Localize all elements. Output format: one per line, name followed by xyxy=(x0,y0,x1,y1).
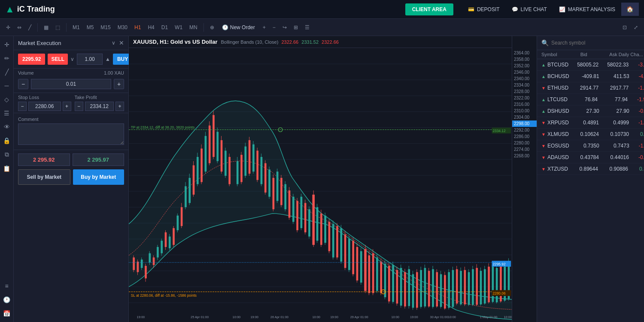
shapes-icon[interactable]: ◇ xyxy=(3,94,11,105)
down-arrow-icon: ▼ xyxy=(541,132,546,137)
svg-rect-85 xyxy=(273,178,275,209)
tp-minus-btn[interactable]: − xyxy=(75,102,83,111)
panel-chevron-icon[interactable]: ∨ xyxy=(112,40,115,46)
hline-icon[interactable]: ─ xyxy=(3,81,11,91)
timeframe-d1[interactable]: D1 xyxy=(159,23,170,32)
zoom-in-btn[interactable]: + xyxy=(260,23,268,32)
symbol-cell: ▼ EOSUSD xyxy=(541,143,569,149)
panel-close-icon[interactable]: ✕ xyxy=(119,39,124,46)
screenshot-btn[interactable]: ⊡ xyxy=(620,23,629,32)
list-item[interactable]: ▲ BTCUSD 58005.22 58022.33 -3.06% xyxy=(537,59,644,71)
col-change: Daily Cha... xyxy=(617,52,643,57)
live-chat-button[interactable]: 💬 LIVE CHAT xyxy=(506,4,553,15)
svg-text:10:00: 10:00 xyxy=(312,315,320,319)
sell-price-button[interactable]: 2295.92 xyxy=(18,54,45,65)
volume-input[interactable] xyxy=(31,79,111,89)
layers-icon[interactable]: ⧉ xyxy=(3,149,11,160)
stop-loss-input[interactable] xyxy=(28,102,61,111)
bb-val3: 2322.66 xyxy=(322,39,339,45)
pencil-icon[interactable]: ✏ xyxy=(3,53,11,63)
list-item[interactable]: ▼ XRPUSD 0.4891 0.4999 -1.05% xyxy=(537,117,644,129)
sl-plus-btn[interactable]: + xyxy=(63,102,71,111)
list2-icon[interactable]: ≡ xyxy=(3,281,10,291)
left-sidebar: ✛ ✏ ╱ ─ ◇ ☰ 👁 🔒 ⧉ 📋 ≡ 🕐 📅 xyxy=(0,36,14,322)
list-item[interactable]: ▼ EOSUSD 0.7350 0.7473 -1.74% xyxy=(537,140,644,152)
home-button[interactable]: 🏠 xyxy=(621,3,639,16)
sell-button[interactable]: SELL xyxy=(48,54,68,65)
lot-up-icon[interactable]: ▲ xyxy=(105,56,110,62)
ask-cell: 77.94 xyxy=(598,96,628,102)
auto-scroll-btn[interactable]: ↪ xyxy=(280,23,289,32)
list-item[interactable]: ▼ ETHUSD 2914.77 2917.77 -1.61% xyxy=(537,82,644,94)
list-icon[interactable]: ☰ xyxy=(2,108,11,118)
svg-rect-165 xyxy=(432,269,434,307)
price-level-2334: 2334.00 xyxy=(512,82,537,88)
calendar-icon[interactable]: 📅 xyxy=(1,308,12,319)
deposit-button[interactable]: 💳 DEPOSIT xyxy=(462,4,506,15)
one-click-btn[interactable]: ☰ xyxy=(302,23,312,32)
lot-size-input[interactable] xyxy=(77,54,103,65)
bid-cell: -409.81 xyxy=(569,73,599,79)
take-profit-input[interactable] xyxy=(85,102,114,111)
volume-minus-btn[interactable]: − xyxy=(18,79,28,89)
bar-chart-tool[interactable]: ▦ xyxy=(41,23,51,32)
crosshair-icon[interactable]: ✛ xyxy=(3,39,11,50)
price-level-2292: 2292.00 xyxy=(512,127,537,133)
cursor-tool[interactable]: ⇔ xyxy=(15,23,24,32)
comment-input[interactable] xyxy=(18,123,124,145)
price-chevron-down[interactable]: ∨ xyxy=(70,56,74,62)
volume-plus-btn[interactable]: + xyxy=(114,79,124,89)
list-item[interactable]: ▲ LTCUSD 76.84 77.94 -1.98% xyxy=(537,94,644,105)
line-icon[interactable]: ╱ xyxy=(3,67,10,77)
change-cell: -0.05% xyxy=(629,154,644,160)
fullscreen-btn[interactable]: ⤢ xyxy=(631,23,641,32)
analysis-icon: 📈 xyxy=(559,6,565,12)
timeframe-m1[interactable]: M1 xyxy=(70,23,82,32)
list-item[interactable]: ▲ DSHUSD 27.30 27.90 -0.04% xyxy=(537,105,644,117)
timeframe-m5[interactable]: M5 xyxy=(84,23,97,32)
clock2-icon[interactable]: 🕐 xyxy=(1,295,12,305)
list-item[interactable]: ▼ XTZUSD 0.89644 0.90886 0.38% xyxy=(537,163,644,175)
timeframe-h4[interactable]: H4 xyxy=(145,23,157,32)
grid-btn[interactable]: ⊞ xyxy=(291,23,301,32)
new-order-button[interactable]: 🕐 New Order xyxy=(219,23,258,32)
eye-icon[interactable]: 👁 xyxy=(2,122,12,132)
ask-cell: 0.44016 xyxy=(599,154,629,160)
zoom-out-btn[interactable]: − xyxy=(270,23,278,32)
sell-market-button[interactable]: Sell by Market xyxy=(18,169,70,185)
timeframe-m15[interactable]: M15 xyxy=(98,23,113,32)
line-tool[interactable]: ╱ xyxy=(26,23,34,32)
candle-tool[interactable]: ⬚ xyxy=(53,23,63,32)
bid-cell: 2914.77 xyxy=(568,85,598,91)
timeframe-h1[interactable]: H1 xyxy=(132,23,143,32)
list-item[interactable]: ▼ ADAUSD 0.43784 0.44016 -0.05% xyxy=(537,152,644,163)
timeframe-w1[interactable]: W1 xyxy=(172,23,185,32)
svg-text:19:00: 19:00 xyxy=(250,315,258,319)
indicator-btn[interactable]: ⊕ xyxy=(207,23,217,32)
timeframe-m30[interactable]: M30 xyxy=(115,23,130,32)
svg-rect-195 xyxy=(492,265,494,302)
chart-symbol: XAUUSD, H1: Gold vs US Dollar xyxy=(133,39,217,45)
tp-plus-btn[interactable]: + xyxy=(115,102,124,111)
symbol-name: ADAUSD xyxy=(547,154,569,160)
buy-market-button[interactable]: Buy by Market xyxy=(73,169,125,185)
list-item[interactable]: ▲ BCHUSD -409.81 411.53 -4.84% xyxy=(537,71,644,82)
crosshair-tool[interactable]: ✛ xyxy=(3,23,13,32)
client-area-button[interactable]: CLIENT AREA xyxy=(405,3,453,15)
ask-cell: 411.53 xyxy=(599,73,629,79)
list-item[interactable]: ▼ XLMUSD 0.10624 0.10730 0.26% xyxy=(537,129,644,140)
search-input[interactable] xyxy=(551,40,640,46)
search-row: 🔍 xyxy=(537,36,644,50)
sl-minus-btn[interactable]: − xyxy=(18,102,27,111)
market-analysis-button[interactable]: 📈 MARKET ANALYSIS xyxy=(553,4,621,15)
bid-cell: 0.43784 xyxy=(569,154,599,160)
svg-rect-97 xyxy=(296,201,298,230)
timeframe-mn[interactable]: MN xyxy=(187,23,200,32)
clock-icon: 🕐 xyxy=(222,24,228,30)
bid-cell: 0.10624 xyxy=(569,131,599,137)
down-arrow-icon: ▼ xyxy=(541,144,546,148)
lock-icon[interactable]: 🔒 xyxy=(1,135,12,146)
svg-rect-39 xyxy=(177,216,179,230)
book-icon[interactable]: 📋 xyxy=(1,163,12,174)
bb-label: Bollinger Bands (10, Close) 2322.66 2331… xyxy=(221,39,338,45)
